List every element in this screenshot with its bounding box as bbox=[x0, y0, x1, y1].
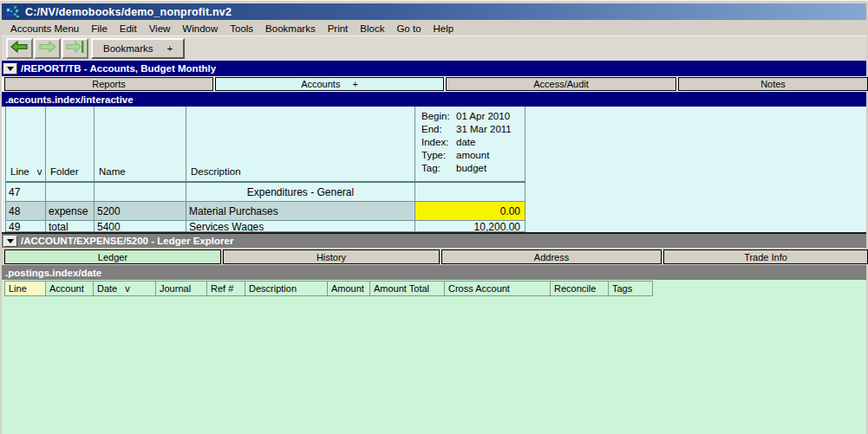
cell-line[interactable]: 49 bbox=[6, 221, 46, 231]
cell-amount[interactable] bbox=[415, 183, 525, 201]
menu-help[interactable]: Help bbox=[434, 23, 454, 34]
param-index: Index:date bbox=[421, 136, 525, 149]
menu-print[interactable]: Print bbox=[328, 23, 349, 34]
tab-history-label: History bbox=[317, 252, 346, 262]
postings-col-description[interactable]: Description bbox=[245, 281, 328, 296]
cell-folder[interactable] bbox=[46, 183, 95, 201]
param-end: End:31 Mar 2011 bbox=[421, 123, 525, 136]
tab-accounts-label: Accounts bbox=[301, 79, 340, 89]
tab-notes-label: Notes bbox=[760, 79, 786, 89]
postings-col-ref[interactable]: Ref # bbox=[207, 281, 245, 296]
bookmarks-button-label: Bookmarks bbox=[103, 43, 153, 54]
forward-arrow-icon bbox=[38, 40, 56, 57]
cell-description[interactable]: Material Purchases bbox=[186, 202, 415, 220]
param-begin: Begin:01 Apr 2010 bbox=[421, 110, 525, 123]
tab-accounts[interactable]: Accounts + bbox=[215, 77, 444, 91]
ledger-pane-title: /ACCOUNT/EXPENSE/5200 - Ledger Explorer bbox=[21, 236, 233, 246]
accounts-col-name[interactable]: Name bbox=[95, 107, 186, 181]
postings-index-label: .postings.index/date bbox=[5, 268, 101, 278]
cell-name[interactable]: 5400 bbox=[95, 221, 186, 231]
sort-indicator: v bbox=[37, 166, 42, 177]
account-row-48: 48 expense 5200 Material Purchases 0.00 bbox=[6, 202, 525, 221]
accounts-table: Linev Folder Name Description Begin:01 A… bbox=[2, 107, 866, 232]
accounts-table-header: Linev Folder Name Description Begin:01 A… bbox=[6, 107, 525, 183]
tab-ledger[interactable]: Ledger bbox=[4, 249, 221, 264]
postings-col-amount-total[interactable]: Amount Total bbox=[370, 281, 445, 296]
account-row-47: 47 Expenditures - General bbox=[6, 183, 525, 202]
bookmarks-plus: + bbox=[167, 43, 173, 54]
cell-description[interactable]: Expenditures - General bbox=[186, 183, 415, 201]
menu-bar: Accounts Menu File Edit View Window Tool… bbox=[2, 22, 866, 36]
menu-view[interactable]: View bbox=[149, 23, 171, 34]
app-window: C:/NV/demobooks/demo_nonprofit.nv2 Accou… bbox=[0, 0, 868, 434]
menu-goto[interactable]: Go to bbox=[396, 23, 421, 34]
menu-file[interactable]: File bbox=[91, 23, 108, 34]
cell-name[interactable]: 5200 bbox=[95, 202, 186, 220]
selected-amount-cell[interactable]: 0.00 bbox=[415, 202, 525, 220]
postings-col-journal[interactable]: Journal bbox=[156, 281, 207, 296]
param-type: Type:amount bbox=[421, 149, 525, 162]
tab-trade-info-label: Trade Info bbox=[744, 252, 787, 262]
ledger-pane-title-bar: /ACCOUNT/EXPENSE/5200 - Ledger Explorer bbox=[2, 234, 866, 248]
tab-address-label: Address bbox=[534, 252, 569, 262]
postings-header: Line Account Datev Journal Ref # Descrip… bbox=[4, 281, 653, 296]
forward-to-end-button[interactable] bbox=[62, 38, 88, 59]
toolbar: Bookmarks + bbox=[2, 36, 866, 61]
menu-bookmarks[interactable]: Bookmarks bbox=[265, 23, 316, 34]
menu-window[interactable]: Window bbox=[182, 23, 218, 34]
accounts-index-bar: .accounts.index/interactive bbox=[2, 92, 866, 107]
menu-block[interactable]: Block bbox=[360, 23, 384, 34]
postings-col-reconcile[interactable]: Reconcile bbox=[551, 281, 609, 296]
menu-edit[interactable]: Edit bbox=[120, 23, 137, 34]
postings-col-line[interactable]: Line bbox=[4, 281, 46, 296]
tab-address[interactable]: Address bbox=[441, 249, 662, 264]
postings-col-amount[interactable]: Amount bbox=[328, 281, 370, 296]
dropdown-triangle-icon bbox=[7, 67, 14, 71]
back-arrow-icon bbox=[10, 40, 29, 57]
bookmarks-button[interactable]: Bookmarks + bbox=[91, 38, 185, 59]
tab-accounts-plus: + bbox=[352, 79, 357, 89]
postings-col-date[interactable]: Datev bbox=[94, 281, 156, 296]
postings-area: Line Account Datev Journal Ref # Descrip… bbox=[2, 280, 866, 434]
window-title: C:/NV/demobooks/demo_nonprofit.nv2 bbox=[25, 6, 232, 18]
menu-accounts-menu[interactable]: Accounts Menu bbox=[10, 23, 79, 34]
cell-line[interactable]: 48 bbox=[6, 202, 46, 220]
titlebar: C:/NV/demobooks/demo_nonprofit.nv2 bbox=[2, 3, 866, 20]
accounts-index-label: .accounts.index/interactive bbox=[5, 94, 134, 105]
cell-description[interactable]: Services Wages bbox=[186, 221, 415, 231]
report-pane-title: /REPORT/TB - Accounts, Budget Monthly bbox=[21, 63, 216, 74]
report-dropdown-button[interactable] bbox=[3, 63, 17, 74]
tab-access-audit-label: Access/Audit bbox=[533, 79, 589, 89]
accounts-col-line[interactable]: Linev bbox=[6, 107, 46, 181]
param-tag: Tag:budget bbox=[421, 162, 525, 175]
tab-history[interactable]: History bbox=[223, 249, 440, 264]
postings-col-cross-account[interactable]: Cross Account bbox=[445, 281, 551, 296]
cell-folder[interactable]: total bbox=[46, 221, 95, 231]
postings-index-bar: .postings.index/date bbox=[2, 265, 866, 280]
app-icon bbox=[6, 6, 20, 18]
cell-line[interactable]: 47 bbox=[6, 183, 46, 201]
tab-trade-info[interactable]: Trade Info bbox=[663, 249, 868, 264]
tab-notes[interactable]: Notes bbox=[678, 77, 868, 91]
forward-button[interactable] bbox=[34, 38, 61, 59]
cell-folder[interactable]: expense bbox=[46, 202, 95, 220]
postings-col-tags[interactable]: Tags bbox=[609, 281, 653, 296]
accounts-col-description[interactable]: Description bbox=[186, 107, 415, 181]
tab-access-audit[interactable]: Access/Audit bbox=[446, 77, 676, 91]
back-button[interactable] bbox=[6, 38, 33, 59]
cell-name[interactable] bbox=[95, 183, 186, 201]
accounts-col-folder[interactable]: Folder bbox=[46, 107, 95, 181]
forward-to-end-arrow-icon bbox=[66, 40, 84, 57]
account-row-49: 49 total 5400 Services Wages 10,200.00 bbox=[6, 221, 525, 232]
cell-amount[interactable]: 10,200.00 bbox=[415, 221, 525, 231]
tab-ledger-label: Ledger bbox=[98, 252, 127, 262]
report-tabs: Reports Accounts + Access/Audit Notes bbox=[2, 76, 866, 92]
tab-reports[interactable]: Reports bbox=[4, 77, 213, 91]
menu-tools[interactable]: Tools bbox=[230, 23, 253, 34]
report-parameters: Begin:01 Apr 2010 End:31 Mar 2011 Index:… bbox=[415, 107, 525, 181]
postings-col-account[interactable]: Account bbox=[46, 281, 94, 296]
dropdown-triangle-icon bbox=[7, 239, 14, 243]
sort-indicator: v bbox=[125, 283, 130, 294]
ledger-tabs: Ledger History Address Trade Info bbox=[2, 248, 866, 265]
ledger-dropdown-button[interactable] bbox=[3, 236, 17, 247]
